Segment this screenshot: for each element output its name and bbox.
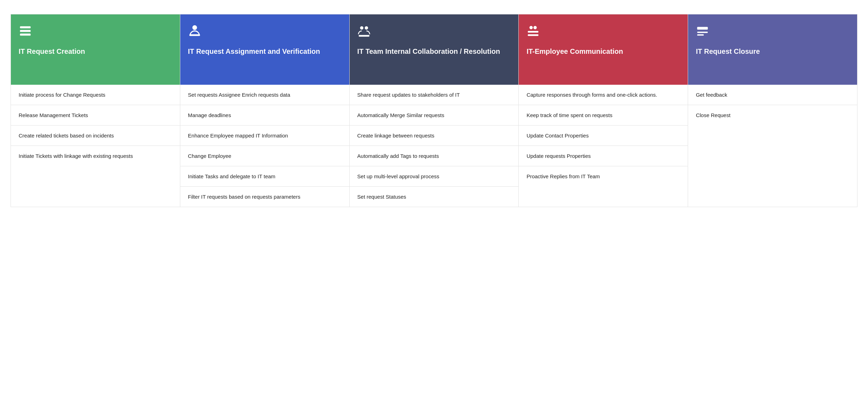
column-title-it-employee-communication: IT-Employee Communication — [526, 47, 680, 56]
column-title-it-request-assignment: IT Request Assignment and Verification — [188, 47, 342, 56]
cell-it-request-assignment-5: Filter IT requests based on requests par… — [180, 187, 349, 207]
svg-point-6 — [364, 26, 368, 30]
cell-it-request-creation-2: Create related tickets based on incident… — [11, 126, 180, 146]
column-body-it-team-internal: Share request updates to stakeholders of… — [350, 85, 519, 207]
cell-it-request-assignment-2: Enhance Employee mapped IT Information — [180, 126, 349, 146]
cell-it-request-closure-0: Get feedback — [688, 85, 857, 105]
svg-rect-12 — [697, 27, 708, 30]
assign-icon — [188, 24, 342, 39]
cell-it-team-internal-1: Automatically Merge Similar requests — [350, 105, 519, 126]
column-body-it-employee-communication: Capture responses through forms and one-… — [519, 85, 688, 207]
svg-point-9 — [533, 26, 537, 30]
cell-it-request-assignment-4: Initiate Tasks and delegate to IT team — [180, 166, 349, 187]
comm-icon — [526, 24, 680, 39]
column-header-it-employee-communication: IT-Employee Communication — [519, 14, 688, 85]
column-header-it-team-internal: IT Team Internal Collaboration / Resolut… — [350, 14, 519, 85]
svg-rect-14 — [697, 34, 704, 36]
cell-it-employee-communication-2: Update Contact Properties — [519, 126, 688, 146]
column-title-it-team-internal: IT Team Internal Collaboration / Resolut… — [357, 47, 511, 56]
svg-point-8 — [530, 26, 533, 30]
cell-it-request-creation-0: Initiate process for Change Requests — [11, 85, 180, 105]
svg-rect-4 — [189, 34, 200, 36]
column-title-it-request-closure: IT Request Closure — [696, 47, 849, 56]
column-it-request-creation: IT Request CreationInitiate process for … — [11, 14, 180, 207]
collab-icon — [357, 24, 511, 39]
cell-it-employee-communication-0: Capture responses through forms and one-… — [519, 85, 688, 105]
column-header-it-request-closure: IT Request Closure — [688, 14, 857, 85]
cell-it-request-assignment-1: Manage deadlines — [180, 105, 349, 126]
column-it-request-assignment: IT Request Assignment and VerificationSe… — [180, 14, 350, 207]
column-body-it-request-closure: Get feedbackClose Request — [688, 85, 857, 207]
cell-it-request-creation-3: Initiate Tickets with linkage with exist… — [11, 146, 180, 207]
cell-it-team-internal-3: Automatically add Tags to requests — [350, 146, 519, 166]
svg-rect-1 — [20, 30, 31, 32]
cell-it-employee-communication-3: Update requests Properties — [519, 146, 688, 166]
column-body-it-request-creation: Initiate process for Change RequestsRele… — [11, 85, 180, 207]
cell-it-employee-communication-4: Proactive Replies from IT Team — [519, 166, 688, 207]
cell-it-team-internal-2: Create linkage between requests — [350, 126, 519, 146]
svg-rect-11 — [528, 34, 538, 36]
kanban-board: IT Request CreationInitiate process for … — [11, 14, 857, 207]
svg-point-3 — [192, 25, 197, 30]
column-title-it-request-creation: IT Request Creation — [19, 47, 172, 56]
svg-rect-7 — [358, 35, 369, 37]
column-body-it-request-assignment: Set requests Assignee Enrich requests da… — [180, 85, 349, 207]
svg-rect-2 — [20, 34, 31, 36]
list-icon — [19, 24, 172, 39]
closure-icon — [696, 24, 849, 39]
cell-it-request-creation-1: Release Management Tickets — [11, 105, 180, 126]
svg-rect-0 — [20, 26, 31, 28]
cell-it-team-internal-0: Share request updates to stakeholders of… — [350, 85, 519, 105]
column-it-request-closure: IT Request ClosureGet feedbackClose Requ… — [688, 14, 857, 207]
cell-it-request-assignment-0: Set requests Assignee Enrich requests da… — [180, 85, 349, 105]
svg-rect-10 — [528, 31, 538, 33]
column-it-employee-communication: IT-Employee CommunicationCapture respons… — [519, 14, 688, 207]
cell-it-team-internal-4: Set up multi-level approval process — [350, 166, 519, 187]
cell-it-employee-communication-1: Keep track of time spent on requests — [519, 105, 688, 126]
svg-point-5 — [360, 26, 363, 30]
column-it-team-internal: IT Team Internal Collaboration / Resolut… — [350, 14, 519, 207]
cell-it-team-internal-5: Set request Statuses — [350, 187, 519, 207]
column-header-it-request-assignment: IT Request Assignment and Verification — [180, 14, 349, 85]
column-header-it-request-creation: IT Request Creation — [11, 14, 180, 85]
cell-it-request-closure-1: Close Request — [688, 105, 857, 207]
cell-it-request-assignment-3: Change Employee — [180, 146, 349, 166]
svg-rect-13 — [697, 32, 708, 33]
